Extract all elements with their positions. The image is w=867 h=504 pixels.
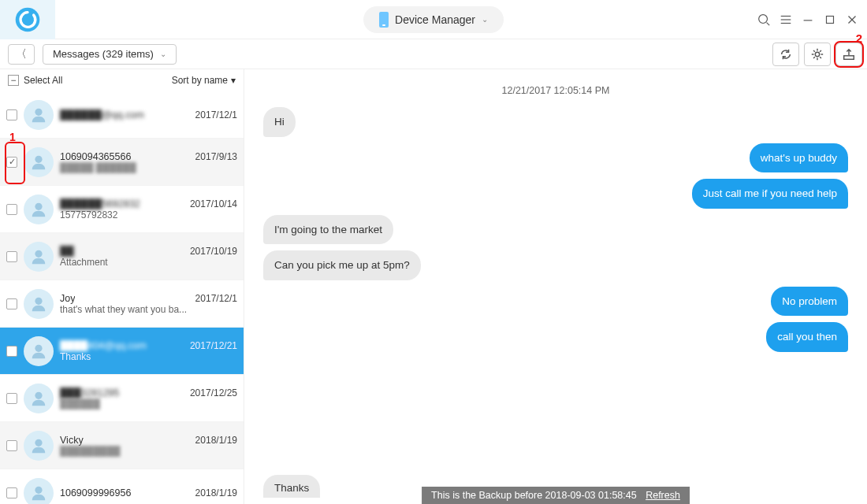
svg-point-19 xyxy=(35,439,42,446)
device-label: Device Manager xyxy=(395,13,475,26)
thread-date: 2017/12/21 xyxy=(190,340,237,351)
thread-date: 2017/12/1 xyxy=(195,109,237,120)
breadcrumb-dropdown[interactable]: Messages (329 items) ⌄ xyxy=(43,44,177,65)
collapse-all-button[interactable]: − xyxy=(8,75,19,86)
thread-main: ██2017/10/19Attachment xyxy=(60,246,237,268)
search-icon[interactable] xyxy=(757,13,771,27)
sort-dropdown[interactable]: Sort by name ▾ xyxy=(172,75,236,86)
avatar-icon xyxy=(24,242,54,272)
thread-name: ██████5692832 xyxy=(60,198,140,209)
chevron-down-icon: ⌄ xyxy=(482,15,488,24)
thread-list[interactable]: 1 ██████@qq.com2017/12/11069094365566201… xyxy=(0,91,244,504)
thread-name: 1069099996956 xyxy=(60,487,131,498)
thread-name: ██ xyxy=(60,246,74,257)
message-in: I'm going to the market xyxy=(263,215,848,245)
thread-preview: █████ ██████ xyxy=(60,162,237,173)
message-out: what's up buddy xyxy=(263,143,848,173)
thread-preview: Attachment xyxy=(60,257,237,268)
message-out: Just call me if you need help xyxy=(263,179,848,209)
svg-point-14 xyxy=(35,202,42,209)
back-button[interactable]: 〈 xyxy=(8,44,35,65)
avatar-icon xyxy=(24,431,54,461)
message-out: No problem xyxy=(263,287,848,317)
avatar-icon xyxy=(24,195,54,224)
thread-item[interactable]: ██████56928322017/10/1415775792832 xyxy=(0,186,244,233)
avatar-icon xyxy=(24,100,54,130)
thread-main: 10690943655662017/9/13█████ ██████ xyxy=(60,151,237,173)
thread-preview: 15775792832 xyxy=(60,209,237,220)
thread-main: ██████@qq.com2017/12/1 xyxy=(60,109,237,120)
svg-line-2 xyxy=(767,22,770,25)
thread-item[interactable]: ██2017/10/19Attachment xyxy=(0,233,244,280)
thread-checkbox[interactable] xyxy=(6,204,17,215)
chevron-down-icon: ⌄ xyxy=(160,50,166,58)
thread-main: ███32812952017/12/25██████ xyxy=(60,387,237,410)
thread-main: ██████56928322017/10/1415775792832 xyxy=(60,198,237,220)
settings-button[interactable] xyxy=(804,43,831,66)
thread-preview: ██████ xyxy=(60,398,237,410)
message-in: Hi xyxy=(263,107,848,137)
message-bubble: call you then xyxy=(766,322,848,352)
message-out: call you then xyxy=(263,322,848,352)
message-bubble: what's up buddy xyxy=(750,143,848,173)
thread-item[interactable]: Joy2017/12/1that's what they want you ba… xyxy=(0,280,244,328)
thread-item[interactable]: ████404@qq.com2017/12/21Thanks xyxy=(0,328,244,375)
message-bubble: Can you pick me up at 5pm? xyxy=(263,250,421,280)
message-bubble: Just call me if you need help xyxy=(692,179,848,209)
menu-icon[interactable] xyxy=(779,13,793,27)
svg-point-1 xyxy=(759,14,768,23)
thread-date: 2018/1/19 xyxy=(195,435,237,446)
toolbar: 〈 Messages (329 items) ⌄ xyxy=(0,39,867,69)
thread-item[interactable]: ███32812952017/12/25██████ xyxy=(0,375,244,422)
phone-icon xyxy=(379,12,389,28)
thread-name: Vicky xyxy=(60,435,84,446)
thread-name: 1069094365566 xyxy=(60,151,131,162)
export-button[interactable] xyxy=(835,43,862,66)
message-bubble: Thanks xyxy=(263,475,320,498)
svg-point-17 xyxy=(35,344,42,351)
app-logo xyxy=(0,0,55,39)
thread-date: 2018/1/19 xyxy=(195,487,237,498)
avatar-icon xyxy=(24,147,54,177)
svg-rect-11 xyxy=(844,55,854,59)
close-button[interactable] xyxy=(845,13,859,27)
banner-refresh-link[interactable]: Refresh xyxy=(646,490,680,501)
chat-timestamp: 12/21/2017 12:05:14 PM xyxy=(263,85,848,96)
thread-checkbox[interactable] xyxy=(6,487,17,498)
thread-main: 10690999969562018/1/19 xyxy=(60,487,237,498)
thread-item[interactable]: ██████@qq.com2017/12/1 xyxy=(0,91,244,139)
svg-point-15 xyxy=(35,250,42,257)
message-bubble: I'm going to the market xyxy=(263,215,393,245)
thread-main: Joy2017/12/1that's what they want you ba… xyxy=(60,293,237,315)
message-bubble: No problem xyxy=(771,287,848,317)
svg-point-18 xyxy=(35,391,42,398)
banner-text: This is the Backup before 2018-09-03 01:… xyxy=(431,490,637,501)
thread-checkbox[interactable] xyxy=(6,440,17,451)
thread-checkbox[interactable] xyxy=(6,393,17,404)
minimize-button[interactable] xyxy=(801,13,815,27)
thread-main: ████404@qq.com2017/12/21Thanks xyxy=(60,340,237,362)
thread-item[interactable]: 10690943655662017/9/13█████ ██████ xyxy=(0,139,244,186)
thread-checkbox[interactable] xyxy=(6,157,17,168)
svg-point-20 xyxy=(35,486,42,493)
chevron-down-icon: ▾ xyxy=(231,75,236,86)
thread-item[interactable]: 10690999969562018/1/19 xyxy=(0,469,244,504)
refresh-button[interactable] xyxy=(772,43,799,66)
thread-checkbox[interactable] xyxy=(6,298,17,309)
thread-checkbox[interactable] xyxy=(6,346,17,357)
chat-scroll[interactable]: 12/21/2017 12:05:14 PM Hiwhat's up buddy… xyxy=(244,69,867,504)
thread-date: 2017/10/14 xyxy=(190,198,237,209)
avatar-icon xyxy=(24,478,54,505)
thread-item[interactable]: Vicky2018/1/19█████████ xyxy=(0,422,244,469)
maximize-button[interactable] xyxy=(823,13,837,27)
device-manager-dropdown[interactable]: Device Manager ⌄ xyxy=(363,6,504,33)
thread-date: 2017/10/19 xyxy=(190,246,237,257)
thread-list-header: − Select All Sort by name ▾ xyxy=(0,69,244,91)
thread-name: ████404@qq.com xyxy=(60,340,147,351)
thread-checkbox[interactable] xyxy=(6,251,17,262)
avatar-icon xyxy=(24,289,54,319)
window-controls xyxy=(757,13,859,27)
select-all-label[interactable]: Select All xyxy=(24,75,62,86)
thread-checkbox[interactable] xyxy=(6,109,17,120)
thread-name: ███3281295 xyxy=(60,387,119,398)
